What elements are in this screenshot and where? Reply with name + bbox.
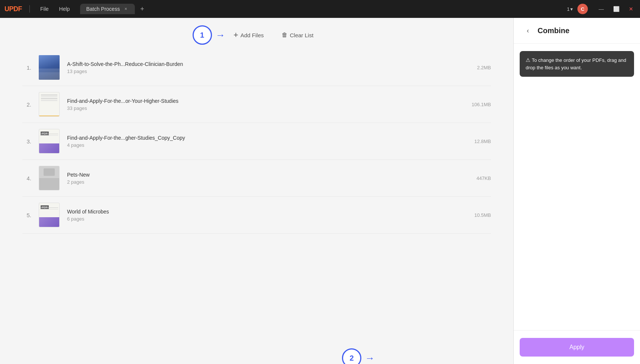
tab-label: Batch Process bbox=[86, 6, 120, 12]
info-tooltip: ⚠ To change the order of your PDFs, drag… bbox=[520, 51, 634, 77]
file-size: 10.5MB bbox=[474, 212, 491, 218]
file-number: 5. bbox=[22, 212, 31, 218]
titlebar-menu: File Help bbox=[36, 4, 74, 13]
step2-annotation: 2 → bbox=[342, 348, 376, 364]
file-name: World of Microbes bbox=[67, 209, 467, 215]
file-name: A-Shift-to-Solve-the-Ph...Reduce-Clinici… bbox=[67, 61, 469, 67]
list-item: 5. PDF World of Microbes 6 pages 10.5MB bbox=[22, 197, 491, 234]
titlebar-right: 1 ▾ C — ⬜ ✕ bbox=[567, 4, 636, 14]
tab-add-button[interactable]: + bbox=[137, 4, 148, 14]
tab-batch-process[interactable]: Batch Process × bbox=[80, 4, 134, 14]
file-info: World of Microbes 6 pages bbox=[67, 209, 467, 222]
plus-icon: + bbox=[234, 30, 238, 40]
file-pages: 6 pages bbox=[67, 216, 467, 222]
file-info: Find-and-Apply-For-the...gher-Studies_Co… bbox=[67, 135, 467, 148]
panel-title: Combine bbox=[538, 26, 570, 35]
bottom-annotation-row: 2 → bbox=[0, 352, 513, 364]
toolbar-center: + Add Files 🗑 Clear List bbox=[226, 26, 321, 44]
tab-area: Batch Process × + bbox=[80, 4, 564, 14]
file-info: Pets-New 2 pages bbox=[67, 172, 469, 185]
list-item: 4. Pets-New 2 pages 447KB bbox=[22, 160, 491, 197]
file-size: 2.2MB bbox=[477, 65, 491, 70]
add-files-label: Add Files bbox=[240, 32, 264, 38]
version-chevron: ▾ bbox=[570, 6, 573, 12]
tab-close-button[interactable]: × bbox=[123, 6, 129, 12]
panel-content: ⚠ To change the order of your PDFs, drag… bbox=[514, 44, 640, 330]
user-avatar[interactable]: C bbox=[577, 4, 588, 14]
list-item: 2. Find-and-Apply-For-the...or-Your-High… bbox=[22, 86, 491, 123]
tooltip-icon: ⚠ bbox=[526, 57, 530, 63]
list-item: 1. A-Shift-to-Solve-the-Ph...Reduce-Clin… bbox=[22, 49, 491, 86]
list-item: 3. PDF Find-and-Apply-For-the...gher-Stu… bbox=[22, 123, 491, 160]
file-thumbnail: PDF bbox=[39, 203, 60, 227]
add-files-button[interactable]: + Add Files bbox=[226, 26, 271, 44]
right-panel-header: ‹ Combine bbox=[514, 18, 640, 44]
file-size: 12.8MB bbox=[474, 139, 491, 144]
file-pages: 4 pages bbox=[67, 142, 467, 148]
right-panel: ‹ Combine ⚠ To change the order of your … bbox=[513, 18, 640, 364]
titlebar: UPDF File Help Batch Process × + 1 ▾ C —… bbox=[0, 0, 640, 18]
file-thumbnail bbox=[39, 55, 60, 80]
file-name: Find-and-Apply-For-the...gher-Studies_Co… bbox=[67, 135, 467, 141]
app-logo-accent: DF bbox=[13, 5, 22, 13]
menu-item-help[interactable]: Help bbox=[55, 4, 75, 13]
step1-badge: 1 bbox=[193, 25, 212, 45]
version-number: 1 bbox=[567, 6, 570, 12]
file-thumbnail bbox=[39, 166, 60, 190]
app-logo: UPDF bbox=[4, 5, 22, 13]
file-thumbnail: PDF bbox=[39, 129, 60, 153]
file-info: Find-and-Apply-For-the...or-Your-Higher-… bbox=[67, 98, 464, 111]
file-pages: 13 pages bbox=[67, 69, 469, 74]
file-number: 1. bbox=[22, 64, 31, 71]
file-info: A-Shift-to-Solve-the-Ph...Reduce-Clinici… bbox=[67, 61, 469, 74]
tooltip-text: To change the order of your PDFs, drag a… bbox=[526, 57, 626, 70]
file-size: 447KB bbox=[476, 175, 491, 181]
close-button[interactable]: ✕ bbox=[627, 4, 636, 13]
back-button[interactable]: ‹ bbox=[523, 25, 533, 36]
clear-list-button[interactable]: 🗑 Clear List bbox=[274, 28, 321, 42]
file-items-list: 1. A-Shift-to-Solve-the-Ph...Reduce-Clin… bbox=[0, 49, 513, 352]
version-badge[interactable]: 1 ▾ bbox=[567, 6, 573, 12]
menu-item-file[interactable]: File bbox=[36, 4, 53, 13]
file-number: 4. bbox=[22, 175, 31, 181]
file-name: Find-and-Apply-For-the...or-Your-Higher-… bbox=[67, 98, 464, 104]
trash-icon: 🗑 bbox=[282, 32, 288, 38]
window-controls: — ⬜ ✕ bbox=[597, 4, 636, 13]
app-logo-text: UP bbox=[4, 5, 13, 13]
titlebar-divider bbox=[29, 5, 30, 13]
file-pages: 2 pages bbox=[67, 179, 469, 185]
right-panel-footer: Apply bbox=[514, 330, 640, 364]
step1-arrow: → bbox=[216, 29, 225, 41]
maximize-button[interactable]: ⬜ bbox=[612, 4, 621, 13]
file-number: 3. bbox=[22, 138, 31, 145]
file-pages: 33 pages bbox=[67, 105, 464, 111]
step2-badge: 2 bbox=[342, 348, 361, 364]
file-thumbnail bbox=[39, 92, 60, 117]
clear-list-label: Clear List bbox=[290, 32, 313, 38]
file-number: 2. bbox=[22, 101, 31, 108]
file-name: Pets-New bbox=[67, 172, 469, 178]
file-list-panel: 1 → + Add Files 🗑 Clear List 1. bbox=[0, 18, 513, 364]
apply-button[interactable]: Apply bbox=[520, 338, 634, 357]
main-area: 1 → + Add Files 🗑 Clear List 1. bbox=[0, 18, 640, 364]
file-size: 106.1MB bbox=[472, 102, 491, 107]
minimize-button[interactable]: — bbox=[597, 4, 606, 13]
toolbar-row: 1 → + Add Files 🗑 Clear List bbox=[0, 18, 513, 49]
step2-arrow: → bbox=[365, 352, 375, 364]
